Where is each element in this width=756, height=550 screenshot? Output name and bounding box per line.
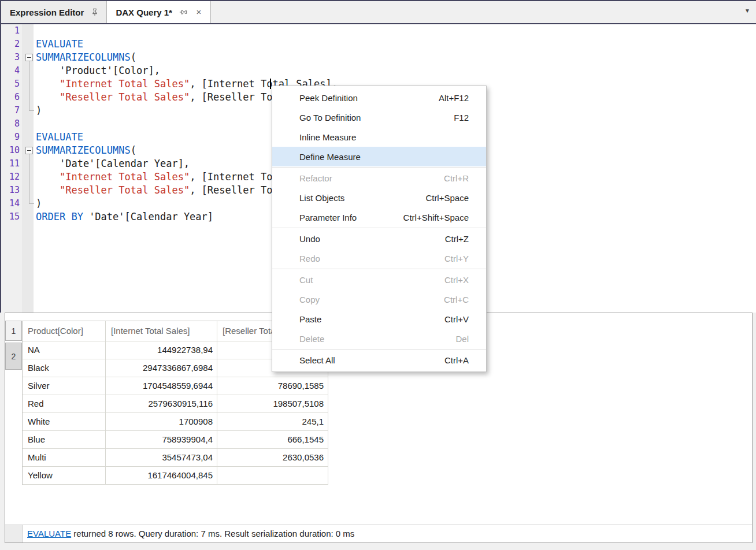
cell-value[interactable]: 198507,5108	[217, 395, 328, 413]
cell-value[interactable]: 2947336867,6984	[106, 359, 217, 377]
fold-collapse-icon[interactable]	[25, 54, 33, 61]
menu-item-label: List Objects	[299, 193, 344, 203]
cell-color[interactable]: Blue	[23, 431, 106, 449]
menu-item-shortcut: Ctrl+A	[444, 355, 469, 365]
code-text[interactable]: EVALUATE	[36, 131, 83, 144]
code-text[interactable]: 'Product'[Color],	[36, 64, 160, 77]
pin-icon[interactable]	[90, 8, 99, 17]
menu-item-define-measure[interactable]: Define Measure	[272, 147, 486, 166]
line-number: 2	[1, 38, 20, 51]
line-number: 14	[1, 197, 20, 210]
menu-item-select-all[interactable]: Select AllCtrl+A	[272, 350, 486, 370]
menu-item-label: Select All	[299, 355, 335, 365]
column-header-product-color[interactable]: Product[Color]	[23, 321, 106, 341]
menu-separator	[272, 167, 486, 168]
menu-item-shortcut: Ctrl+V	[444, 314, 469, 324]
menu-item-label: Define Measure	[299, 152, 361, 162]
cell-color[interactable]: NA	[23, 341, 106, 359]
code-text[interactable]: )	[36, 104, 42, 117]
menu-item-cut: CutCtrl+X	[272, 270, 486, 289]
cell-color[interactable]: Silver	[23, 377, 106, 395]
line-number: 9	[1, 131, 20, 144]
result-index-2[interactable]: 2	[5, 343, 22, 370]
status-message: returned 8 rows. Query duration: 7 ms. R…	[71, 529, 354, 538]
menu-item-peek-definition[interactable]: Peek DefinitionAlt+F12	[272, 88, 486, 107]
menu-item-undo[interactable]: UndoCtrl+Z	[272, 229, 486, 248]
evaluate-link[interactable]: EVALUATE	[27, 529, 71, 538]
menu-item-parameter-info[interactable]: Parameter InfoCtrl+Shift+Space	[272, 207, 486, 227]
line-number: 12	[1, 170, 20, 184]
menu-separator	[272, 349, 486, 350]
menu-item-label: Peek Definition	[299, 93, 358, 103]
cell-color[interactable]: Black	[23, 359, 106, 377]
cell-color[interactable]: Yellow	[23, 467, 106, 485]
cell-value[interactable]: 2630,0536	[217, 449, 328, 467]
table-row: Red2579630915,116198507,5108	[23, 395, 328, 413]
result-index-1[interactable]: 1	[5, 321, 22, 341]
cell-value[interactable]: 35457473,04	[106, 449, 217, 467]
menu-item-copy: CopyCtrl+C	[272, 289, 486, 309]
menu-item-shortcut: Ctrl+C	[444, 295, 469, 304]
line-number: 15	[1, 210, 20, 224]
menu-item-label: Copy	[299, 295, 320, 304]
cell-value[interactable]: 666,1545	[217, 431, 328, 449]
menu-item-shortcut: F12	[454, 113, 469, 122]
code-text[interactable]: SUMMARIZECOLUMNS(	[36, 51, 136, 64]
line-number: 3	[1, 51, 20, 64]
cell-value[interactable]: 2579630915,116	[106, 395, 217, 413]
cell-value[interactable]: 1617464004,845	[106, 467, 217, 485]
code-text[interactable]: )	[36, 197, 42, 210]
document-dropdown-icon[interactable]: ▼	[744, 8, 750, 14]
cell-value[interactable]: 245,1	[217, 413, 328, 431]
tab-dax-query-1[interactable]: DAX Query 1*×	[107, 1, 211, 23]
menu-item-go-to-definition[interactable]: Go To DefinitionF12	[272, 107, 486, 127]
menu-item-shortcut: Del	[455, 334, 469, 344]
cell-color[interactable]: Red	[23, 395, 106, 413]
code-line-3: 3SUMMARIZECOLUMNS(	[1, 51, 756, 64]
code-text[interactable]: 'Date'[Calendar Year],	[36, 157, 190, 170]
code-text[interactable]: EVALUATE	[36, 38, 83, 51]
menu-item-shortcut: Ctrl+Y	[444, 254, 469, 263]
line-number: 10	[1, 144, 20, 157]
column-header-internet-total-sales[interactable]: [Internet Total Sales]	[106, 321, 217, 341]
tab-strip: Expression EditorDAX Query 1*×	[1, 1, 756, 23]
line-number: 4	[1, 64, 20, 77]
menu-item-list-objects[interactable]: List ObjectsCtrl+Space	[272, 188, 486, 207]
text-caret	[270, 79, 271, 89]
cell-value[interactable]	[217, 467, 328, 485]
menu-item-label: Redo	[299, 254, 320, 263]
pin-icon[interactable]	[179, 8, 188, 17]
tab-label: Expression Editor	[10, 8, 84, 17]
status-bar: EVALUATE returned 8 rows. Query duration…	[27, 525, 354, 542]
menu-item-refactor: RefactorCtrl+R	[272, 168, 486, 188]
close-icon[interactable]: ×	[194, 8, 203, 17]
table-row: Silver1704548559,694478690,1585	[23, 377, 328, 395]
menu-item-shortcut: Ctrl+R	[444, 173, 469, 183]
menu-item-label: Undo	[299, 234, 320, 244]
cell-value[interactable]: 758939904,4	[106, 431, 217, 449]
table-row: White1700908245,1	[23, 413, 328, 431]
code-text[interactable]: ORDER BY 'Date'[Calendar Year]	[36, 210, 213, 224]
menu-item-label: Parameter Info	[299, 213, 357, 222]
code-text[interactable]: SUMMARIZECOLUMNS(	[36, 144, 136, 157]
menu-item-label: Refactor	[299, 173, 332, 183]
menu-item-paste[interactable]: PasteCtrl+V	[272, 309, 486, 329]
status-gutter	[5, 525, 23, 542]
cell-value[interactable]: 78690,1585	[217, 377, 328, 395]
line-number: 11	[1, 157, 20, 170]
window-left-border	[0, 0, 1, 313]
cell-value[interactable]: 1700908	[106, 413, 217, 431]
line-number: 5	[1, 77, 20, 91]
menu-item-shortcut: Ctrl+Z	[445, 234, 469, 244]
menu-item-inline-measure[interactable]: Inline Measure	[272, 127, 486, 147]
cell-color[interactable]: Multi	[23, 449, 106, 467]
menu-separator	[272, 269, 486, 269]
line-number: 6	[1, 91, 20, 104]
cell-value[interactable]: 144922738,94	[106, 341, 217, 359]
line-number: 7	[1, 104, 20, 117]
tab-expression-editor[interactable]: Expression Editor	[1, 1, 107, 23]
tab-label: DAX Query 1*	[116, 8, 172, 17]
cell-value[interactable]: 1704548559,6944	[106, 377, 217, 395]
cell-color[interactable]: White	[23, 413, 106, 431]
fold-collapse-icon[interactable]	[25, 147, 33, 154]
